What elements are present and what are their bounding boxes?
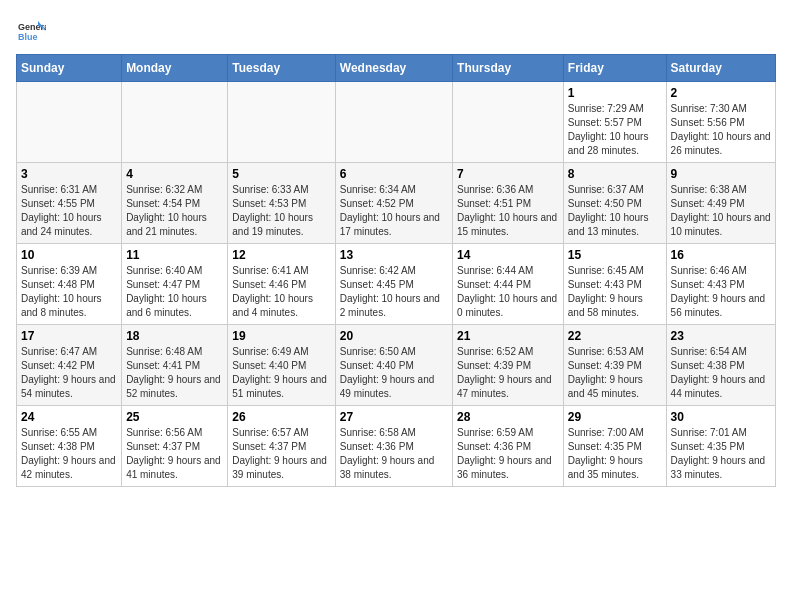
day-number: 14 — [457, 248, 559, 262]
day-number: 24 — [21, 410, 117, 424]
day-header-wednesday: Wednesday — [335, 55, 452, 82]
day-info: Sunrise: 6:33 AM Sunset: 4:53 PM Dayligh… — [232, 183, 330, 239]
calendar-cell: 2Sunrise: 7:30 AM Sunset: 5:56 PM Daylig… — [666, 82, 775, 163]
week-row-2: 3Sunrise: 6:31 AM Sunset: 4:55 PM Daylig… — [17, 163, 776, 244]
day-info: Sunrise: 6:53 AM Sunset: 4:39 PM Dayligh… — [568, 345, 662, 401]
day-info: Sunrise: 6:50 AM Sunset: 4:40 PM Dayligh… — [340, 345, 448, 401]
day-number: 28 — [457, 410, 559, 424]
calendar-cell — [335, 82, 452, 163]
day-info: Sunrise: 6:37 AM Sunset: 4:50 PM Dayligh… — [568, 183, 662, 239]
day-number: 19 — [232, 329, 330, 343]
day-info: Sunrise: 6:45 AM Sunset: 4:43 PM Dayligh… — [568, 264, 662, 320]
day-info: Sunrise: 6:52 AM Sunset: 4:39 PM Dayligh… — [457, 345, 559, 401]
day-header-sunday: Sunday — [17, 55, 122, 82]
day-number: 23 — [671, 329, 771, 343]
day-number: 27 — [340, 410, 448, 424]
day-number: 13 — [340, 248, 448, 262]
calendar-cell: 5Sunrise: 6:33 AM Sunset: 4:53 PM Daylig… — [228, 163, 335, 244]
day-info: Sunrise: 6:46 AM Sunset: 4:43 PM Dayligh… — [671, 264, 771, 320]
week-row-1: 1Sunrise: 7:29 AM Sunset: 5:57 PM Daylig… — [17, 82, 776, 163]
day-number: 3 — [21, 167, 117, 181]
day-number: 21 — [457, 329, 559, 343]
day-number: 29 — [568, 410, 662, 424]
calendar-cell: 11Sunrise: 6:40 AM Sunset: 4:47 PM Dayli… — [122, 244, 228, 325]
calendar-cell: 24Sunrise: 6:55 AM Sunset: 4:38 PM Dayli… — [17, 406, 122, 487]
day-number: 5 — [232, 167, 330, 181]
calendar-cell: 19Sunrise: 6:49 AM Sunset: 4:40 PM Dayli… — [228, 325, 335, 406]
day-info: Sunrise: 6:56 AM Sunset: 4:37 PM Dayligh… — [126, 426, 223, 482]
calendar-cell — [228, 82, 335, 163]
day-info: Sunrise: 7:30 AM Sunset: 5:56 PM Dayligh… — [671, 102, 771, 158]
day-info: Sunrise: 6:41 AM Sunset: 4:46 PM Dayligh… — [232, 264, 330, 320]
day-info: Sunrise: 6:39 AM Sunset: 4:48 PM Dayligh… — [21, 264, 117, 320]
day-info: Sunrise: 6:38 AM Sunset: 4:49 PM Dayligh… — [671, 183, 771, 239]
day-info: Sunrise: 6:44 AM Sunset: 4:44 PM Dayligh… — [457, 264, 559, 320]
day-info: Sunrise: 6:42 AM Sunset: 4:45 PM Dayligh… — [340, 264, 448, 320]
day-number: 10 — [21, 248, 117, 262]
day-number: 4 — [126, 167, 223, 181]
calendar-cell: 13Sunrise: 6:42 AM Sunset: 4:45 PM Dayli… — [335, 244, 452, 325]
day-info: Sunrise: 6:59 AM Sunset: 4:36 PM Dayligh… — [457, 426, 559, 482]
calendar-cell: 25Sunrise: 6:56 AM Sunset: 4:37 PM Dayli… — [122, 406, 228, 487]
day-number: 15 — [568, 248, 662, 262]
day-number: 25 — [126, 410, 223, 424]
calendar-cell: 6Sunrise: 6:34 AM Sunset: 4:52 PM Daylig… — [335, 163, 452, 244]
day-number: 26 — [232, 410, 330, 424]
day-info: Sunrise: 6:36 AM Sunset: 4:51 PM Dayligh… — [457, 183, 559, 239]
calendar-cell: 17Sunrise: 6:47 AM Sunset: 4:42 PM Dayli… — [17, 325, 122, 406]
day-number: 8 — [568, 167, 662, 181]
day-number: 9 — [671, 167, 771, 181]
day-info: Sunrise: 6:47 AM Sunset: 4:42 PM Dayligh… — [21, 345, 117, 401]
calendar-cell: 22Sunrise: 6:53 AM Sunset: 4:39 PM Dayli… — [563, 325, 666, 406]
svg-text:Blue: Blue — [18, 32, 38, 42]
week-row-3: 10Sunrise: 6:39 AM Sunset: 4:48 PM Dayli… — [17, 244, 776, 325]
calendar-cell: 27Sunrise: 6:58 AM Sunset: 4:36 PM Dayli… — [335, 406, 452, 487]
day-number: 20 — [340, 329, 448, 343]
day-header-thursday: Thursday — [453, 55, 564, 82]
calendar-cell: 8Sunrise: 6:37 AM Sunset: 4:50 PM Daylig… — [563, 163, 666, 244]
day-info: Sunrise: 6:40 AM Sunset: 4:47 PM Dayligh… — [126, 264, 223, 320]
calendar-cell: 12Sunrise: 6:41 AM Sunset: 4:46 PM Dayli… — [228, 244, 335, 325]
day-info: Sunrise: 7:29 AM Sunset: 5:57 PM Dayligh… — [568, 102, 662, 158]
calendar-table: SundayMondayTuesdayWednesdayThursdayFrid… — [16, 54, 776, 487]
calendar-cell: 3Sunrise: 6:31 AM Sunset: 4:55 PM Daylig… — [17, 163, 122, 244]
calendar-cell — [453, 82, 564, 163]
calendar-header: SundayMondayTuesdayWednesdayThursdayFrid… — [17, 55, 776, 82]
header: General Blue — [16, 16, 776, 46]
day-number: 11 — [126, 248, 223, 262]
calendar-cell: 1Sunrise: 7:29 AM Sunset: 5:57 PM Daylig… — [563, 82, 666, 163]
day-number: 16 — [671, 248, 771, 262]
calendar-cell: 23Sunrise: 6:54 AM Sunset: 4:38 PM Dayli… — [666, 325, 775, 406]
day-info: Sunrise: 6:48 AM Sunset: 4:41 PM Dayligh… — [126, 345, 223, 401]
day-number: 12 — [232, 248, 330, 262]
calendar-cell: 4Sunrise: 6:32 AM Sunset: 4:54 PM Daylig… — [122, 163, 228, 244]
calendar-cell: 9Sunrise: 6:38 AM Sunset: 4:49 PM Daylig… — [666, 163, 775, 244]
day-info: Sunrise: 6:32 AM Sunset: 4:54 PM Dayligh… — [126, 183, 223, 239]
logo: General Blue — [16, 16, 46, 46]
day-header-friday: Friday — [563, 55, 666, 82]
day-info: Sunrise: 6:55 AM Sunset: 4:38 PM Dayligh… — [21, 426, 117, 482]
calendar-cell: 7Sunrise: 6:36 AM Sunset: 4:51 PM Daylig… — [453, 163, 564, 244]
day-info: Sunrise: 7:01 AM Sunset: 4:35 PM Dayligh… — [671, 426, 771, 482]
day-number: 1 — [568, 86, 662, 100]
calendar-cell: 20Sunrise: 6:50 AM Sunset: 4:40 PM Dayli… — [335, 325, 452, 406]
calendar-body: 1Sunrise: 7:29 AM Sunset: 5:57 PM Daylig… — [17, 82, 776, 487]
day-number: 30 — [671, 410, 771, 424]
calendar-cell: 10Sunrise: 6:39 AM Sunset: 4:48 PM Dayli… — [17, 244, 122, 325]
header-row: SundayMondayTuesdayWednesdayThursdayFrid… — [17, 55, 776, 82]
day-info: Sunrise: 6:34 AM Sunset: 4:52 PM Dayligh… — [340, 183, 448, 239]
calendar-cell: 30Sunrise: 7:01 AM Sunset: 4:35 PM Dayli… — [666, 406, 775, 487]
calendar-cell: 26Sunrise: 6:57 AM Sunset: 4:37 PM Dayli… — [228, 406, 335, 487]
day-header-tuesday: Tuesday — [228, 55, 335, 82]
day-number: 7 — [457, 167, 559, 181]
day-number: 22 — [568, 329, 662, 343]
day-info: Sunrise: 6:49 AM Sunset: 4:40 PM Dayligh… — [232, 345, 330, 401]
day-info: Sunrise: 6:58 AM Sunset: 4:36 PM Dayligh… — [340, 426, 448, 482]
calendar-cell — [17, 82, 122, 163]
day-number: 17 — [21, 329, 117, 343]
calendar-cell: 21Sunrise: 6:52 AM Sunset: 4:39 PM Dayli… — [453, 325, 564, 406]
week-row-4: 17Sunrise: 6:47 AM Sunset: 4:42 PM Dayli… — [17, 325, 776, 406]
day-info: Sunrise: 6:57 AM Sunset: 4:37 PM Dayligh… — [232, 426, 330, 482]
logo-icon: General Blue — [16, 16, 46, 46]
day-info: Sunrise: 6:31 AM Sunset: 4:55 PM Dayligh… — [21, 183, 117, 239]
